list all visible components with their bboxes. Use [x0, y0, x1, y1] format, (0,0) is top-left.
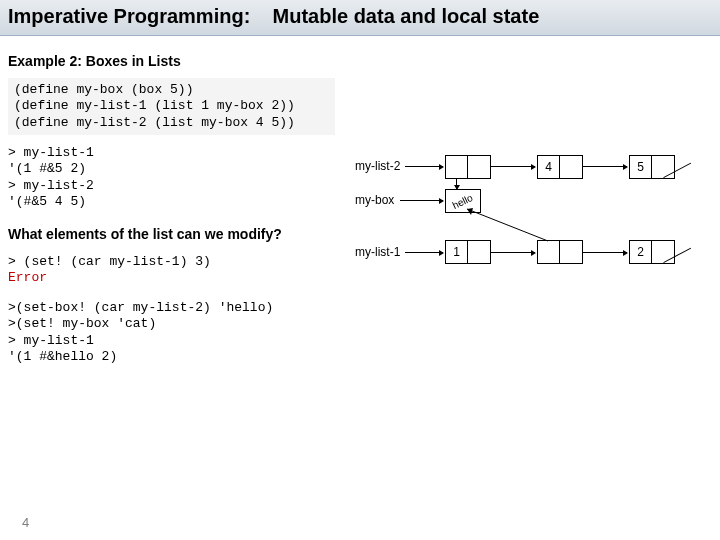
arrow-list1 [405, 252, 443, 253]
code-set-line: > (set! (car my-list-1) 3) [8, 254, 211, 269]
code-setbox-block: >(set-box! (car my-list-2) 'hello) >(set… [8, 300, 273, 365]
arrow-2bc [583, 166, 627, 167]
error-text: Error [8, 270, 47, 285]
cons-diagram: my-list-2 my-box my-list-1 4 5 hello 1 2 [355, 145, 705, 295]
slide-number: 4 [22, 515, 29, 530]
title-prefix: Imperative Programming: [8, 5, 250, 27]
arrow-list2 [405, 166, 443, 167]
code-repl-block-1: > my-list-1 '(1 #&5 2) > my-list-2 '(#&5… [8, 145, 94, 210]
arrow-1ab [491, 252, 535, 253]
code-define-block: (define my-box (box 5)) (define my-list-… [8, 78, 335, 135]
svg-line-0 [467, 209, 548, 241]
example-title: Example 2: Boxes in Lists [8, 53, 181, 69]
nil-slash-2 [652, 156, 674, 178]
nil-slash-1 [652, 241, 674, 263]
title-suffix: Mutable data and local state [273, 5, 540, 27]
cons-1c: 2 [629, 240, 675, 264]
arrow-box [400, 200, 443, 201]
arrow-2a-to-box [456, 179, 457, 189]
label-my-list-2: my-list-2 [355, 159, 400, 173]
val-2: 2 [630, 241, 652, 263]
arrow-1b-to-box [455, 205, 555, 245]
arrow-2ab [491, 166, 535, 167]
code-set-error-block: > (set! (car my-list-1) 3) Error [8, 254, 211, 287]
val-5: 5 [630, 156, 652, 178]
cons-2c: 5 [629, 155, 675, 179]
label-my-box: my-box [355, 193, 394, 207]
label-my-list-1: my-list-1 [355, 245, 400, 259]
question-text: What elements of the list can we modify? [8, 226, 282, 242]
cons-2b: 4 [537, 155, 583, 179]
slide-title: Imperative Programming: Mutable data and… [8, 5, 539, 28]
arrow-1bc [583, 252, 627, 253]
cons-2a [445, 155, 491, 179]
val-4: 4 [538, 156, 560, 178]
